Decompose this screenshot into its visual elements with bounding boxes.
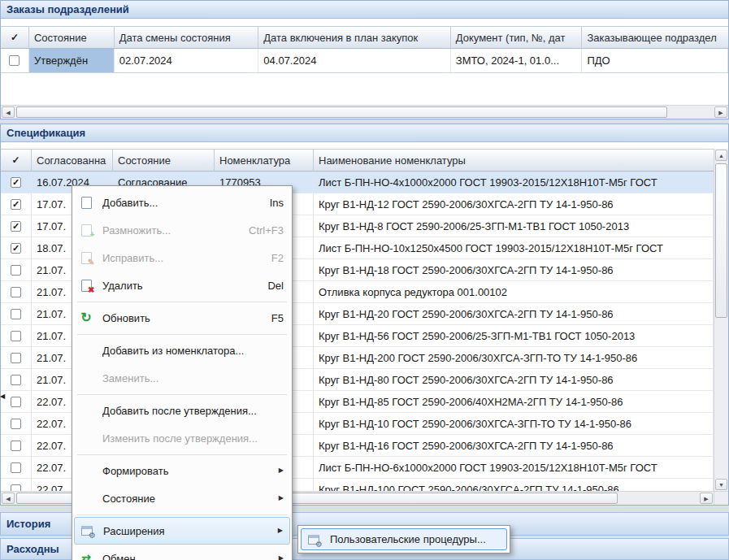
orders-col-plan-date[interactable]: Дата включения в план закупок [258, 26, 450, 49]
checkbox-cell: ✓ [1, 237, 32, 258]
menu-item-exchange[interactable]: ⇄ Обмен ▶ [72, 545, 292, 560]
menu-item-label: Формировать [102, 465, 271, 477]
name-cell: Лист Б-ПН-НО-10х1250х4500 ГОСТ 19903-201… [314, 237, 714, 258]
menu-item-shortcut: F2 [271, 252, 284, 264]
row-checkbox[interactable] [11, 265, 21, 276]
row-checkbox[interactable]: ✓ [11, 243, 21, 254]
menu-item-label: Изменить после утверждения... [102, 432, 284, 445]
row-checkbox[interactable]: ✓ [11, 177, 21, 188]
gear-icon: ⚙ [315, 540, 323, 549]
menu-item-add-after-approval[interactable]: Добавить после утверждения... [72, 397, 292, 424]
panel-splitter-collapse-icon[interactable]: ◀ [0, 390, 7, 403]
refresh-icon: ↻ [77, 310, 95, 325]
orders-col-document[interactable]: Документ (тип, №, дат [451, 26, 583, 49]
up-arrow-icon: ▲ [718, 153, 724, 158]
orders-grid-header: ✓ Состояние Дата смены состояния Дата вк… [1, 26, 728, 49]
submenu-item-user-procedures[interactable]: ⚙ Пользовательские процедуры... [301, 528, 507, 550]
row-checkbox[interactable] [11, 353, 21, 363]
menu-item-replace: Заменить... [72, 364, 292, 392]
menu-item-extensions[interactable]: ⚙ Расширения ▶ [74, 517, 290, 545]
menu-item-add[interactable]: Добавить... Ins [72, 189, 292, 216]
name-cell: Круг В1-НД-200 ГОСТ 2590-2006/30ХГСА-ЗГП… [314, 347, 714, 368]
submenu-arrow-icon: ▶ [279, 495, 284, 501]
submenu-arrow-icon: ▶ [279, 555, 284, 560]
menu-item-label: Добавить после утверждения... [102, 405, 284, 417]
orders-col-check[interactable]: ✓ [1, 26, 29, 49]
user-procedures-icon: ⚙ [305, 532, 323, 547]
name-cell: Круг В1-НД-56 ГОСТ 2590-2006/25-ЗГП-М1-Т… [314, 325, 714, 346]
name-cell: Круг В1-НД-16 ГОСТ 2590-2006/30ХГСА-2ГП … [314, 435, 714, 456]
row-checkbox[interactable] [9, 55, 20, 66]
menu-item-refresh[interactable]: ↻ Обновить F5 [72, 304, 292, 332]
menu-item-state[interactable]: Состояние ▶ [72, 484, 292, 512]
document-cell: ЗМТО, 2024-1, 01.0... [451, 49, 583, 72]
row-checkbox[interactable]: ✓ [11, 199, 21, 210]
scrollbar-corner [714, 491, 728, 505]
name-cell: Круг В1-НД-85 ГОСТ 2590-2006/40ХН2МА-2ГП… [314, 391, 714, 412]
menu-item-label: Добавить... [102, 197, 258, 209]
menu-item-label: Размножить... [102, 224, 237, 237]
empty-icon [77, 431, 95, 445]
row-checkbox[interactable] [11, 331, 21, 341]
plus-badge-icon: + [90, 231, 95, 239]
scroll-left-button[interactable]: ◀ [2, 106, 15, 118]
spec-col-state[interactable]: Состояние [113, 149, 215, 171]
checkbox-cell [1, 435, 32, 456]
spec-col-nomenclature[interactable]: Номенклатура [215, 149, 314, 171]
orders-row[interactable]: Утверждён 02.07.2024 04.07.2024 ЗМТО, 20… [1, 49, 728, 73]
row-checkbox[interactable] [11, 441, 21, 451]
menu-item-delete[interactable]: ✖ Удалить Del [72, 271, 292, 299]
extensions-submenu: ⚙ Пользовательские процедуры... [297, 525, 510, 553]
duplicate-document-icon: + [77, 223, 95, 237]
name-cell: Круг В1-НД-100 ГОСТ 2590-2006/30ХГСА-2ГП… [314, 479, 714, 491]
row-checkbox[interactable] [11, 484, 21, 492]
menu-separator [77, 514, 287, 515]
name-cell: Круг В1-НД-18 ГОСТ 2590-2006/30ХГСА-2ГП … [314, 259, 714, 280]
checkbox-cell: ✓ [1, 215, 32, 237]
extensions-icon: ⚙ [78, 523, 96, 538]
row-checkbox[interactable] [11, 287, 21, 297]
scroll-thumb[interactable] [16, 106, 667, 118]
scroll-right-button[interactable]: ▶ [714, 106, 727, 118]
gear-icon: ⚙ [89, 532, 96, 540]
row-checkbox[interactable] [11, 309, 21, 319]
spec-col-agreed[interactable]: Согласованна [32, 149, 113, 171]
empty-icon [77, 371, 95, 385]
exchange-icon: ⇄ [77, 551, 95, 560]
scroll-up-button[interactable]: ▲ [715, 150, 727, 161]
scroll-right-button[interactable]: ▶ [700, 493, 713, 504]
spec-col-check[interactable]: ✓ [1, 149, 32, 171]
checkbox-cell [1, 457, 32, 478]
name-cell: Круг В1-НД-10 ГОСТ 2590-2006/30ХГСА-ЗГП-… [314, 413, 714, 434]
row-checkbox[interactable] [11, 419, 21, 429]
division-cell: ПДО [582, 49, 728, 72]
scroll-down-button[interactable]: ▼ [715, 479, 727, 490]
left-arrow-icon: ◀ [6, 496, 10, 501]
row-checkbox[interactable]: ✓ [11, 221, 21, 232]
row-checkbox[interactable] [11, 397, 21, 407]
orders-hscrollbar[interactable]: ◀ ▶ [1, 105, 728, 119]
row-checkbox[interactable] [11, 462, 21, 473]
scroll-left-button[interactable]: ◀ [2, 493, 15, 504]
checkbox-cell: ✓ [1, 193, 32, 215]
orders-panel-header[interactable]: Заказы подразделений [1, 1, 728, 19]
orders-col-division[interactable]: Заказывающее подраздел [582, 26, 728, 49]
check-icon: ✓ [11, 155, 20, 165]
spec-col-name[interactable]: Наименование номенклатуры [314, 149, 714, 171]
menu-item-add-from-nomenclator[interactable]: Добавить из номенклатора... [72, 336, 292, 364]
submenu-item-label: Пользовательские процедуры... [330, 533, 500, 545]
scroll-thumb[interactable] [715, 163, 727, 318]
spec-vscrollbar[interactable]: ▲ ▼ [714, 149, 728, 491]
name-cell: Круг В1-НД-12 ГОСТ 2590-2006/30ХГСА-2ГП … [314, 193, 714, 215]
cross-badge-icon: ✖ [88, 286, 94, 294]
checkbox-cell: ✓ [1, 171, 32, 193]
orders-col-state-date[interactable]: Дата смены состояния [115, 26, 259, 49]
checkbox-cell [1, 281, 32, 302]
menu-item-shortcut: Ins [270, 197, 284, 209]
menu-item-form[interactable]: Формировать ▶ [72, 457, 292, 484]
plan-date-cell: 04.07.2024 [258, 49, 450, 72]
name-cell: Лист Б-ПН-НО-6х1000х2000 ГОСТ 19903-2015… [314, 457, 714, 478]
orders-col-state[interactable]: Состояние [29, 26, 115, 49]
row-checkbox[interactable] [11, 375, 21, 385]
spec-panel-header[interactable]: Спецификация [1, 124, 728, 142]
